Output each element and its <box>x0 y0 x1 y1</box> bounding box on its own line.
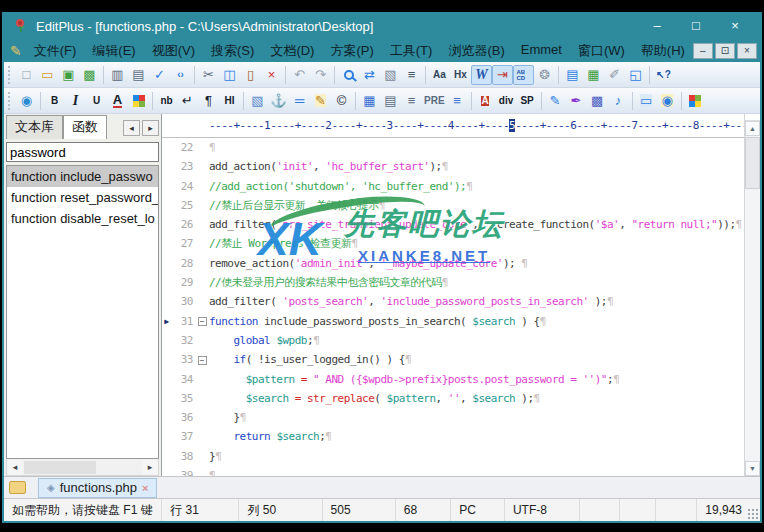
find-button[interactable] <box>338 65 359 85</box>
open-file-button[interactable]: ▭ <box>37 65 58 85</box>
replace-button[interactable]: ⇄ <box>359 65 380 85</box>
paragraph-button[interactable]: ¶ <box>198 91 219 111</box>
fold-column[interactable]: − <box>195 312 209 331</box>
new-file-button[interactable]: □ <box>16 65 37 85</box>
menu-item-6[interactable]: 工具(T) <box>382 42 441 60</box>
maximize-button[interactable]: □ <box>680 13 712 39</box>
title-bar[interactable]: EditPlus - [functions.php - C:\Users\Adm… <box>4 12 760 40</box>
function-list-item-0[interactable]: function include_passwo <box>7 166 158 187</box>
form-field-button[interactable]: ▭ <box>636 91 657 111</box>
doc-restore-button[interactable]: ⊡ <box>715 43 735 59</box>
cliptext-window-button[interactable]: ▤ <box>562 65 583 85</box>
code-area[interactable]: 22¶23add_action('init', 'hc_buffer_start… <box>162 138 744 476</box>
tab-scroll-right-icon[interactable]: ▸ <box>142 120 159 136</box>
tab-close-icon[interactable]: × <box>142 482 148 494</box>
document-tab-functions-php[interactable]: ◈ functions.php × <box>38 478 157 498</box>
hscroll-thumb[interactable] <box>24 461 96 474</box>
print-preview-button[interactable]: ▥ <box>107 65 128 85</box>
context-help-button[interactable]: ↖? <box>653 65 674 85</box>
cut-button[interactable]: ✂ <box>198 65 219 85</box>
menu-item-8[interactable]: Emmet <box>513 42 570 60</box>
window-color-button[interactable] <box>685 91 706 111</box>
user-tools-button[interactable]: ✐ <box>604 65 625 85</box>
insert-movie-button[interactable]: ▩ <box>587 91 608 111</box>
comment-note-button[interactable]: ✎ <box>310 91 331 111</box>
insert-image-button[interactable]: ▧ <box>247 91 268 111</box>
file-manager-button[interactable]: ▦ <box>583 65 604 85</box>
goto-line-button[interactable]: ≡ <box>401 65 422 85</box>
heading-button[interactable]: HI <box>219 91 240 111</box>
special-character-button[interactable]: © <box>331 91 352 111</box>
folder-icon[interactable] <box>9 481 26 494</box>
menu-item-10[interactable]: 帮助(H) <box>633 42 693 60</box>
menu-item-9[interactable]: 窗口(W) <box>570 42 633 60</box>
sidebar-hscrollbar[interactable]: ◂ ▸ <box>6 459 159 476</box>
browser-window-button[interactable]: ◱ <box>625 65 646 85</box>
menu-item-7[interactable]: 浏览器(B) <box>440 42 512 60</box>
menu-item-3[interactable]: 搜索(S) <box>203 42 262 60</box>
div-tag-button[interactable]: div <box>496 91 517 111</box>
delete-button[interactable]: × <box>261 65 282 85</box>
line-numbers-button[interactable]: AB CD <box>513 65 534 85</box>
menu-item-0[interactable]: 文件(F) <box>26 42 85 60</box>
hex-view-button[interactable]: Hx <box>450 65 471 85</box>
vscroll-thumb[interactable] <box>745 137 760 189</box>
menu-item-2[interactable]: 视图(V) <box>144 42 203 60</box>
scroll-down-icon[interactable]: ▼ <box>745 461 760 476</box>
insert-music-button[interactable]: ♪ <box>608 91 629 111</box>
toolbar-grip[interactable] <box>8 66 12 84</box>
menu-item-4[interactable]: 文档(D) <box>262 42 322 60</box>
paste-button[interactable]: ▯ <box>240 65 261 85</box>
browser-preview-button[interactable]: ◉ <box>16 91 37 111</box>
menu-item-5[interactable]: 方案(P) <box>322 42 381 60</box>
bold-button[interactable]: B <box>44 91 65 111</box>
underline-button[interactable]: U <box>86 91 107 111</box>
minimize-button[interactable]: – <box>641 13 673 39</box>
menu-item-1[interactable]: 编辑(E) <box>84 42 143 60</box>
save-all-button[interactable]: ▩ <box>79 65 100 85</box>
scroll-up-icon[interactable]: ▲ <box>745 121 760 136</box>
edit-source-button[interactable]: ✎ <box>545 91 566 111</box>
function-search-input[interactable] <box>6 142 159 162</box>
undo-button[interactable]: ↶ <box>289 65 310 85</box>
styled-text-button[interactable]: A <box>475 91 496 111</box>
italic-button[interactable]: I <box>65 91 86 111</box>
numbered-list-button[interactable]: ≡ <box>447 91 468 111</box>
color-palette-button[interactable] <box>128 91 149 111</box>
center-text-button[interactable]: ≡ <box>401 91 422 111</box>
reload-code-button[interactable]: ‹› <box>170 65 191 85</box>
toolbar-grip[interactable] <box>8 92 12 110</box>
form-radio-button[interactable]: ◉ <box>657 91 678 111</box>
preferences-button[interactable]: ❂ <box>534 65 555 85</box>
copy-button[interactable]: ◫ <box>219 65 240 85</box>
close-button[interactable]: × <box>719 13 751 39</box>
redo-button[interactable]: ↷ <box>310 65 331 85</box>
save-file-button[interactable]: ▣ <box>58 65 79 85</box>
font-button[interactable]: Aa <box>429 65 450 85</box>
doc-close-button[interactable]: × <box>737 43 757 59</box>
line-break-button[interactable]: ↵ <box>177 91 198 111</box>
indent-guide-button[interactable]: ⇥ <box>492 65 513 85</box>
find-in-files-button[interactable]: ▧ <box>380 65 401 85</box>
sidebar-tab-0[interactable]: 文本库 <box>6 115 63 139</box>
tab-scroll-left-icon[interactable]: ◂ <box>123 120 140 136</box>
spell-check-button[interactable]: ✓ <box>149 65 170 85</box>
function-list-item-1[interactable]: function reset_password_ <box>7 187 158 208</box>
syntax-paint-button[interactable]: ✒ <box>566 91 587 111</box>
vertical-scrollbar[interactable]: ▲ ▼ <box>744 114 760 476</box>
insert-table-button[interactable]: ▦ <box>359 91 380 111</box>
print-button[interactable]: ▤ <box>128 65 149 85</box>
horizontal-rule-button[interactable]: ═ <box>289 91 310 111</box>
div-block-button[interactable]: ▤ <box>380 91 401 111</box>
anchor-button[interactable]: ⚓ <box>268 91 289 111</box>
resize-grip[interactable] <box>747 508 758 519</box>
hscroll-left-icon[interactable]: ◂ <box>7 460 23 475</box>
doc-minimize-button[interactable]: – <box>693 43 713 59</box>
hscroll-right-icon[interactable]: ▸ <box>142 460 158 475</box>
word-wrap-button[interactable]: W <box>471 65 492 85</box>
preformatted-button[interactable]: PRE <box>422 91 447 111</box>
fold-column[interactable]: − <box>195 350 209 369</box>
non-breaking-space-button[interactable]: nb <box>156 91 177 111</box>
font-color-button[interactable]: A <box>107 91 128 111</box>
span-tag-button[interactable]: SP <box>517 91 538 111</box>
